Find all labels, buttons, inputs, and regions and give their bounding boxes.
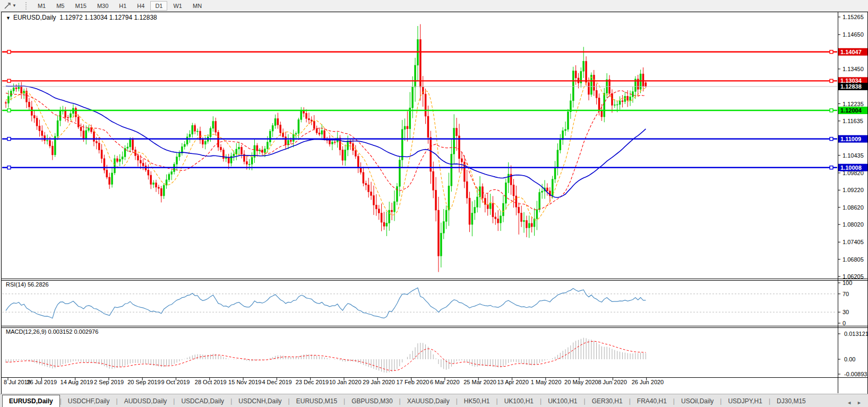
candle-body (554, 168, 556, 179)
candle-body (588, 82, 590, 94)
timeframe-button-w1[interactable]: W1 (168, 1, 187, 11)
candle-body (435, 190, 437, 210)
candle-body (85, 131, 87, 138)
candle-body (178, 153, 180, 157)
candle-body (236, 149, 237, 154)
chart-tab-eurusd-m15[interactable]: EURUSD,M15 (290, 395, 343, 407)
date-label: 29 Jan 2020 (363, 379, 395, 385)
candle-body (44, 136, 46, 141)
candle-body (285, 137, 287, 145)
candle-body (308, 118, 310, 120)
candle-body (57, 120, 58, 136)
tabs-scroll-left-icon[interactable]: ◄ (847, 400, 852, 405)
candle-body (622, 101, 623, 102)
hline-handle[interactable] (830, 50, 833, 54)
timeframe-button-m30[interactable]: M30 (92, 1, 113, 11)
chart-tab-uk100-h1[interactable]: UK100,H1 (542, 395, 583, 407)
candle-body (33, 116, 35, 118)
chart-tab-hk50-h1[interactable]: HK50,H1 (458, 395, 496, 407)
candle-body (381, 213, 382, 222)
candle-body (290, 140, 291, 141)
price-tick-label: 1.12235 (843, 101, 864, 107)
candle-body (277, 118, 279, 125)
candle-body (500, 216, 502, 223)
candle-body (567, 112, 569, 129)
candle-body (373, 196, 374, 205)
candle-body (433, 171, 434, 190)
dropdown-caret-icon: ▼ (12, 3, 16, 8)
price-tick-label: 1.06805 (843, 256, 864, 263)
candle-body (23, 91, 25, 93)
candle-body (375, 205, 377, 209)
chart-title-collapse-icon[interactable]: ▼ (6, 15, 11, 21)
candle-body (67, 117, 69, 118)
candle-body (531, 223, 532, 227)
candle-body (630, 97, 631, 100)
hline-handle[interactable] (7, 79, 11, 82)
candle-body (383, 222, 385, 226)
candle-body (218, 132, 219, 147)
candle-body (430, 137, 432, 171)
hline-handle[interactable] (830, 79, 833, 82)
candle-body (13, 88, 14, 91)
candle-body (451, 154, 452, 186)
chart-tab-uk100-h1[interactable]: UK100,H1 (498, 395, 540, 407)
timeframe-button-mn[interactable]: MN (188, 1, 207, 11)
toolbar-grip[interactable] (25, 2, 29, 10)
candle-body (137, 156, 139, 160)
chart-tab-audusd-daily[interactable]: AUDUSD,Daily (118, 395, 174, 407)
chart-tab-usdchf-daily[interactable]: USDCHF,Daily (62, 395, 116, 407)
candle-body (264, 149, 266, 153)
timeframe-button-m15[interactable]: M15 (70, 1, 91, 11)
hline-tag-label: 1.10008 (840, 164, 862, 171)
price-chart-canvas[interactable]: 1.152651.146501.134501.122351.116351.104… (2, 12, 867, 394)
timeframe-button-h1[interactable]: H1 (114, 1, 131, 11)
timeframe-button-h4[interactable]: H4 (132, 1, 149, 11)
candle-body (96, 142, 97, 143)
chart-tab-usdjpy-h1[interactable]: USDJPY,H1 (721, 395, 768, 407)
chart-tab-dj30-m15[interactable]: DJ30,M15 (770, 395, 812, 407)
candle-body (440, 233, 442, 256)
candle-body (386, 223, 388, 226)
hline-handle[interactable] (830, 137, 833, 141)
candle-body (18, 86, 20, 89)
timeframe-button-m5[interactable]: M5 (51, 1, 69, 11)
candle-body (130, 140, 131, 147)
timeframe-button-d1[interactable]: D1 (150, 1, 167, 11)
hline-handle[interactable] (830, 166, 833, 169)
candle-body (583, 61, 585, 71)
candle-body (604, 93, 605, 117)
chart-tab-eurusd-daily[interactable]: EURUSD,Daily (2, 395, 60, 407)
candle-body (461, 159, 462, 162)
hline-handle[interactable] (7, 166, 11, 169)
timeframe-button-m1[interactable]: M1 (33, 1, 50, 11)
hline-handle[interactable] (7, 50, 11, 54)
candle-body (399, 160, 400, 187)
chart-tab-usdcad-daily[interactable]: USDCAD,Daily (175, 395, 230, 407)
chart-tab-xauusd-daily[interactable]: XAUUSD,Daily (401, 395, 456, 407)
candle-body (331, 142, 333, 144)
candle-body (324, 131, 325, 138)
hline-handle[interactable] (830, 109, 833, 112)
candle-body (83, 131, 84, 138)
candle-body (75, 108, 76, 117)
candle-body (391, 210, 393, 212)
chart-tab-ger30-h1[interactable]: GER30,H1 (586, 395, 629, 407)
candle-body (371, 192, 372, 196)
date-label: 13 Apr 2020 (497, 379, 529, 385)
date-label: 17 Feb 2020 (397, 379, 429, 385)
chart-tab-usoil-daily[interactable]: USOil,Daily (675, 395, 720, 407)
hline-handle[interactable] (7, 137, 11, 141)
chart-tab-fra40-h1[interactable]: FRA40,H1 (631, 395, 673, 407)
candle-body (65, 110, 66, 117)
chart-tab-gbpusd-m30[interactable]: GBPUSD,M30 (345, 395, 399, 407)
chart-tab-usdcnh-daily[interactable]: USDCNH,Daily (232, 395, 288, 407)
crosshair-tool-button[interactable]: ▼ (1, 1, 20, 11)
tabs-scroll-right-icon[interactable]: ► (857, 400, 862, 405)
candle-body (101, 150, 102, 159)
hline-handle[interactable] (7, 109, 11, 112)
date-label: 14 Aug 2019 (61, 379, 93, 385)
candle-body (342, 150, 343, 161)
candle-body (542, 191, 543, 192)
candle-body (192, 125, 193, 134)
